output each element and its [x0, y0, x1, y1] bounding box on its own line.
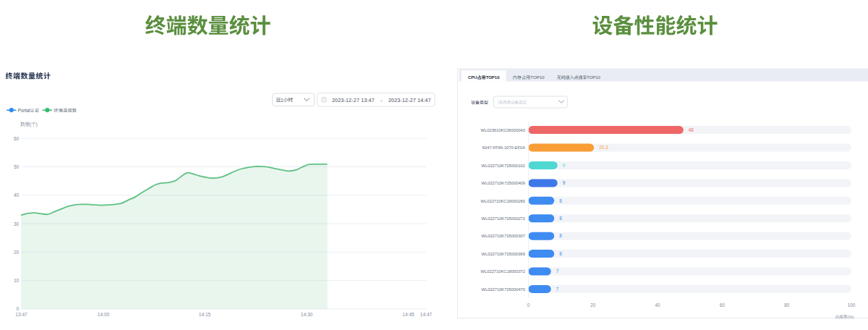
svg-text:10: 10 — [14, 278, 20, 283]
svg-text:14:30: 14:30 — [301, 312, 313, 317]
svg-text:2023-12-27 14:47: 2023-12-27 14:47 — [388, 98, 431, 103]
svg-text:60: 60 — [720, 302, 726, 308]
svg-text:20.3: 20.3 — [599, 145, 608, 150]
svg-text:8: 8 — [559, 216, 562, 221]
svg-text:7: 7 — [556, 268, 559, 274]
svg-text:WL022710K725000307: WL022710K725000307 — [482, 234, 525, 238]
svg-text:(: ( — [30, 122, 32, 127]
svg-text:30: 30 — [14, 221, 20, 227]
svg-text:50: 50 — [14, 164, 20, 169]
svg-text:14:00: 14:00 — [98, 312, 110, 317]
svg-text:48: 48 — [689, 127, 694, 132]
svg-text:9: 9 — [563, 180, 566, 185]
svg-text:20: 20 — [590, 302, 596, 308]
svg-text:WL022710K725000470: WL022710K725000470 — [482, 287, 525, 292]
svg-text:14:47: 14:47 — [420, 312, 433, 317]
svg-text:2023-12-27 13:47: 2023-12-27 13:47 — [332, 98, 375, 103]
svg-text:20: 20 — [14, 250, 20, 255]
svg-text:8: 8 — [559, 198, 562, 203]
svg-text:6047-FF96-1070-EF0A: 6047-FF96-1070-EF0A — [482, 145, 525, 150]
svg-text:): ) — [36, 122, 38, 127]
svg-text:WL022710K725000409: WL022710K725000409 — [482, 181, 525, 185]
svg-text:40: 40 — [14, 192, 20, 198]
svg-text:8: 8 — [559, 251, 562, 256]
svg-text:WL022710K725000369: WL022710K725000369 — [482, 252, 525, 256]
svg-text:WL022710KC18000372: WL022710KC18000372 — [481, 269, 525, 274]
svg-text:WL022710K725000272: WL022710K725000272 — [482, 216, 525, 221]
svg-text:0: 0 — [527, 302, 530, 308]
svg-text:40: 40 — [655, 302, 661, 308]
svg-text:(%): (%) — [847, 315, 854, 319]
svg-text:7: 7 — [556, 287, 559, 292]
svg-text:TOP10: TOP10 — [587, 75, 600, 80]
svg-text:14:15: 14:15 — [199, 312, 211, 317]
svg-text:TOP10: TOP10 — [530, 75, 545, 80]
svg-text:WL022710K725000102: WL022710K725000102 — [482, 164, 525, 168]
svg-text:WL022710KC18000280: WL022710KC18000280 — [481, 199, 525, 203]
svg-text:8: 8 — [559, 233, 562, 238]
svg-text:9: 9 — [563, 163, 566, 168]
svg-text:60: 60 — [14, 136, 20, 141]
svg-text:14:45: 14:45 — [402, 312, 414, 317]
svg-text:13:47: 13:47 — [15, 312, 27, 317]
svg-text:CPU: CPU — [468, 75, 477, 80]
svg-text:1: 1 — [281, 98, 284, 103]
svg-text:0: 0 — [17, 306, 20, 311]
svg-text:TOP10: TOP10 — [486, 75, 501, 80]
svg-text:80: 80 — [784, 302, 790, 308]
svg-text:100: 100 — [848, 302, 856, 308]
svg-text:WL023610KC06000043: WL023610KC06000043 — [481, 128, 525, 132]
svg-text:Portal: Portal — [18, 108, 30, 113]
